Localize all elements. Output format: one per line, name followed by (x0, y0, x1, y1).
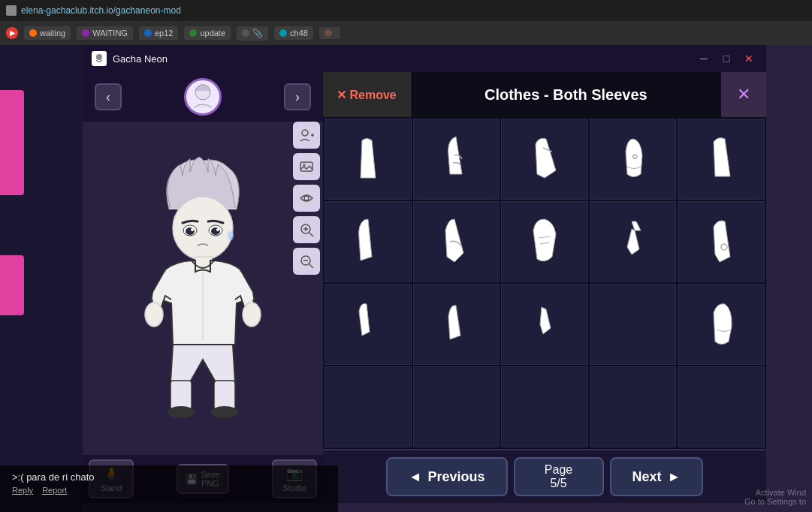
left-sidebar (0, 45, 83, 512)
app-icon (92, 51, 107, 66)
clothing-item-12[interactable] (413, 284, 500, 365)
tab-draw[interactable]: ch48 (274, 26, 313, 40)
tab-ch48[interactable] (319, 27, 340, 39)
clothing-item-8[interactable] (501, 201, 588, 282)
next-character-button[interactable]: › (284, 83, 311, 110)
clothing-title: Clothes - Both Sleeves (411, 86, 721, 104)
next-page-button[interactable]: Next ► (610, 457, 704, 496)
clothing-item-18[interactable] (501, 366, 588, 447)
prev-arrow-icon: ◄ (409, 469, 422, 485)
clothing-item-5[interactable] (678, 119, 765, 200)
titlebar-url: elena-gachaclub.itch.io/gachaneon-mod (21, 5, 181, 16)
clothing-panel: ✕ Remove Clothes - Both Sleeves ✕ (323, 72, 766, 503)
character-panel: ‹ › (83, 72, 323, 503)
previous-page-button[interactable]: ◄ ◄ Previous Previous (386, 457, 508, 496)
left-strip-accent (0, 90, 24, 195)
browser-toolbar: ▶ waiting WAITING ep12 update 📎 ch48 (0, 21, 812, 45)
windows-watermark: Activate Wind Go to Settings to (744, 488, 806, 506)
clothing-grid: ✿ (323, 117, 766, 449)
close-window-button[interactable]: ✕ (741, 50, 757, 67)
reply-button[interactable]: Reply (12, 486, 33, 495)
left-strip-accent2 (0, 255, 24, 315)
clothing-item-4[interactable]: ✿ (590, 119, 677, 200)
tab-update[interactable]: update (184, 26, 231, 40)
app-titlebar: Gacha Neon ─ □ ✕ (83, 45, 766, 72)
clothing-item-3[interactable] (501, 119, 588, 200)
report-button[interactable]: Report (42, 486, 67, 495)
maximize-button[interactable]: □ (718, 50, 735, 67)
browser-titlebar: elena-gachaclub.itch.io/gachaneon-mod (0, 0, 812, 21)
character-display (83, 122, 323, 455)
clothing-item-14 (590, 284, 677, 365)
clothing-item-7[interactable] (413, 201, 500, 282)
svg-point-15 (173, 197, 233, 260)
svg-point-25 (145, 303, 163, 327)
tab-tower-of-god[interactable]: ▶ (6, 27, 18, 39)
close-clothing-button[interactable]: ✕ (721, 72, 766, 117)
remove-clothing-button[interactable]: ✕ Remove (323, 72, 411, 117)
prev-character-button[interactable]: ‹ (95, 83, 122, 110)
clothing-item-15[interactable] (678, 284, 765, 365)
character-nav: ‹ › (83, 72, 323, 122)
next-arrow-icon: ► (668, 469, 681, 485)
svg-point-29 (168, 406, 195, 418)
clothing-item-1[interactable] (324, 119, 412, 200)
character-avatar (184, 78, 222, 116)
svg-point-26 (243, 303, 261, 327)
tab-waiting[interactable]: waiting (24, 26, 71, 40)
tab-ep12[interactable]: ep12 (139, 26, 178, 40)
chat-message: >:( para de ri chato (12, 471, 326, 483)
app-title: Gacha Neon (113, 53, 690, 65)
minimize-button[interactable]: ─ (696, 50, 712, 67)
clothing-item-11[interactable] (324, 284, 412, 365)
clothing-item-19[interactable] (590, 366, 677, 447)
svg-text:✿: ✿ (632, 152, 638, 161)
page-number: 5/5 (550, 477, 566, 490)
chat-area: >:( para de ri chato Reply Report (0, 465, 338, 512)
app-content: ‹ › (83, 72, 766, 503)
clothing-item-20[interactable] (678, 366, 765, 447)
clothing-item-17[interactable] (413, 366, 500, 447)
titlebar-favicon (6, 5, 17, 16)
svg-point-30 (211, 406, 238, 418)
main-area: Gacha Neon ─ □ ✕ ‹ (0, 45, 812, 512)
svg-point-22 (228, 231, 234, 240)
tab-waiting2[interactable]: WAITING (77, 26, 133, 40)
clothing-item-9[interactable] (590, 201, 677, 282)
clothing-pagination: ◄ ◄ Previous Previous Page 5/5 Next ► (323, 449, 766, 503)
chat-actions: Reply Report (12, 486, 326, 495)
app-window: Gacha Neon ─ □ ✕ ‹ (83, 45, 766, 503)
clothing-item-6[interactable] (324, 201, 412, 282)
character-figure (124, 149, 282, 427)
tab-extra1[interactable]: 📎 (237, 26, 268, 41)
page-label: Page (545, 463, 572, 477)
page-info: Page 5/5 (514, 457, 604, 496)
clothing-header: ✕ Remove Clothes - Both Sleeves ✕ (323, 72, 766, 117)
clothing-item-16[interactable] (324, 366, 412, 447)
clothing-item-10[interactable] (678, 201, 765, 282)
clothing-item-13[interactable] (501, 284, 588, 365)
svg-point-0 (96, 54, 102, 60)
svg-point-20 (191, 228, 194, 231)
clothing-item-2[interactable] (413, 119, 500, 200)
svg-point-21 (216, 228, 219, 231)
